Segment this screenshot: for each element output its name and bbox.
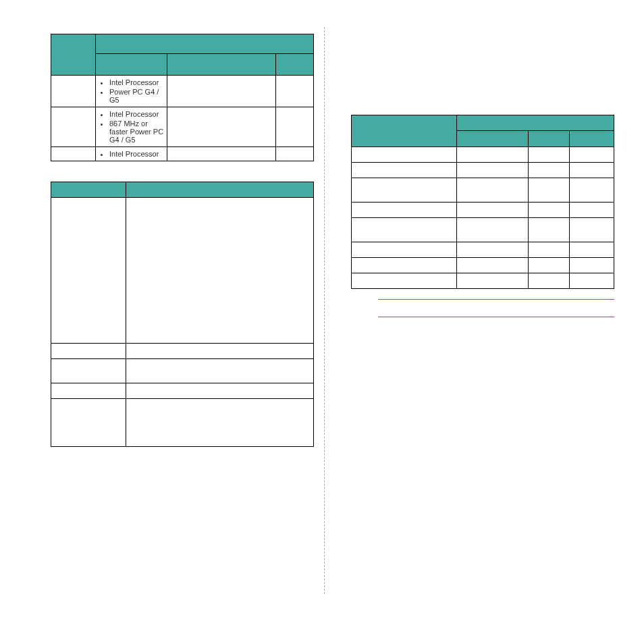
column-divider: [324, 27, 325, 594]
list-item: Intel Processor: [109, 110, 167, 118]
details-table: [51, 182, 314, 447]
hardware-table: Intel ProcessorPower PC G4 / G5 Intel Pr…: [51, 34, 314, 161]
list-item: Intel Processor: [109, 78, 167, 86]
table-row: Intel Processor: [51, 147, 314, 161]
link[interactable]: [378, 316, 614, 317]
features-table: [351, 115, 614, 289]
table-row: Intel ProcessorPower PC G4 / G5: [51, 76, 314, 107]
table-row: [51, 359, 314, 383]
table-row: Intel Processor867 MHz or faster Power P…: [51, 107, 314, 147]
table-row: [51, 344, 314, 359]
right-column: [351, 34, 614, 317]
table-row: [352, 258, 614, 273]
table-row: [352, 273, 614, 289]
table-row: [352, 147, 614, 163]
table-row: [352, 218, 614, 242]
table-row: [352, 163, 614, 178]
link[interactable]: [378, 298, 614, 300]
table-row: [51, 399, 314, 447]
list-item: Power PC G4 / G5: [109, 88, 167, 104]
table-row: [51, 383, 314, 399]
table-row: [352, 203, 614, 218]
list-item: Intel Processor: [109, 150, 167, 158]
table-row: [352, 242, 614, 258]
table-row: [352, 178, 614, 203]
list-item: 867 MHz or faster Power PC G4 / G5: [109, 119, 167, 144]
table-row: [51, 198, 314, 344]
left-column: Intel ProcessorPower PC G4 / G5 Intel Pr…: [51, 34, 314, 447]
